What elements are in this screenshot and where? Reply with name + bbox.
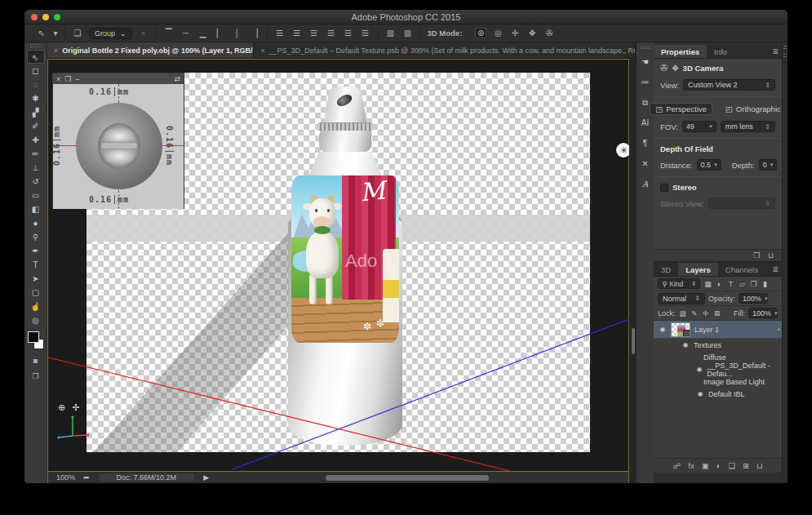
- secondary-view-minimize-icon[interactable]: –: [75, 75, 79, 83]
- filter-adjustment-layers-icon[interactable]: ◐: [715, 280, 724, 288]
- screen-mode-icon[interactable]: ❐: [27, 371, 45, 383]
- gradient-tool[interactable]: ◧: [27, 202, 45, 216]
- tab-properties[interactable]: Properties: [654, 45, 707, 58]
- tab-close-icon[interactable]: ×: [54, 47, 58, 55]
- healing-brush-tool[interactable]: ✚: [27, 133, 45, 147]
- panel-icon-character[interactable]: Aǀ: [638, 117, 653, 130]
- visibility-eye-icon[interactable]: ◉: [659, 326, 667, 333]
- filter-type-layers-icon[interactable]: T: [726, 280, 735, 288]
- secondary-view-window-icon[interactable]: ❐: [64, 75, 71, 83]
- lock-all-icon[interactable]: ⊠: [713, 309, 721, 317]
- fill-input[interactable]: 100% ▾: [748, 308, 778, 318]
- foreground-color-swatch[interactable]: [28, 331, 39, 343]
- tools-panel-grip[interactable]: [30, 44, 42, 47]
- clone-stamp-tool[interactable]: ⊥: [27, 161, 45, 175]
- panel-menu-icon[interactable]: ≣: [769, 263, 782, 276]
- tab-info[interactable]: Info: [707, 45, 734, 58]
- secondary-3d-view[interactable]: × ❐ – ⇄: [52, 73, 184, 209]
- align-top-icon[interactable]: ▔: [163, 29, 175, 38]
- tab-close-icon[interactable]: ×: [260, 47, 264, 55]
- horizontal-scrollbar[interactable]: [326, 475, 489, 481]
- dodge-tool[interactable]: ⚲: [27, 230, 45, 244]
- 3d-axis-widget[interactable]: [52, 412, 101, 458]
- distribute-bottom-icon[interactable]: ☰: [308, 29, 320, 38]
- pen-tool[interactable]: ✒: [27, 244, 45, 258]
- tab-ps3d-default[interactable]: × __PS_3D_Default – Default Texture.psb …: [254, 42, 636, 58]
- blur-tool[interactable]: ●: [27, 216, 45, 230]
- distribute-right-icon[interactable]: ☰: [360, 29, 371, 38]
- adjustment-layer-icon[interactable]: ◐: [717, 461, 721, 470]
- panel-menu-icon[interactable]: ≣: [769, 45, 782, 58]
- distribute-middle-icon[interactable]: ☰: [291, 29, 303, 38]
- panel-dock-grip[interactable]: [783, 54, 787, 57]
- layer-row-textures[interactable]: ◉ Textures: [654, 339, 782, 351]
- filter-kind-dropdown[interactable]: ⚲ Kind ⇕: [658, 278, 700, 289]
- layer-thumbnail[interactable]: ◫: [671, 322, 690, 337]
- filter-toggle-icon[interactable]: ▮: [761, 280, 770, 288]
- visibility-eye-icon[interactable]: ◉: [696, 366, 703, 373]
- filter-smart-objects-icon[interactable]: ❐: [749, 280, 758, 288]
- path-selection-tool[interactable]: ➤: [27, 272, 45, 286]
- lock-pixels-icon[interactable]: ✎: [690, 309, 699, 317]
- color-swatches[interactable]: [27, 331, 45, 352]
- tab-layers[interactable]: Layers: [678, 263, 718, 276]
- distribute-center-icon[interactable]: ☰: [343, 29, 354, 38]
- distance-input[interactable]: 0.5 ▾: [697, 159, 721, 171]
- move-tool[interactable]: ⇖: [27, 50, 45, 64]
- crop-tool[interactable]: ▞: [27, 105, 45, 119]
- view-dropdown[interactable]: Custom View 2 ⇕: [683, 79, 775, 91]
- secondary-view-swap-icon[interactable]: ⇄: [174, 75, 180, 83]
- move-tool-icon[interactable]: ⇖: [36, 29, 47, 38]
- eraser-tool[interactable]: ▭: [27, 189, 45, 202]
- marquee-tool[interactable]: ◻: [27, 64, 45, 78]
- link-layers-icon[interactable]: ☍: [673, 461, 681, 470]
- render-icon[interactable]: ❒: [753, 251, 760, 260]
- panel-icon-hand[interactable]: ☚: [638, 55, 653, 69]
- blend-mode-dropdown[interactable]: Normal ⇕: [658, 293, 705, 304]
- show-transform-controls-icon[interactable]: ▫: [138, 29, 149, 38]
- distribute-v-spacing-icon[interactable]: ▥: [402, 29, 414, 38]
- delete-icon[interactable]: ⊔: [768, 251, 774, 260]
- layer-row-ps3d-default[interactable]: ◉ __PS_3D_Default - Defau...: [654, 363, 782, 375]
- distribute-h-spacing-icon[interactable]: ▥: [385, 29, 397, 38]
- panel-icon-tool-presets[interactable]: ✕: [638, 158, 653, 171]
- lock-position-icon[interactable]: ✢: [702, 309, 710, 317]
- roll-3d-mode-icon[interactable]: ◎: [492, 29, 504, 38]
- status-arrow-icon[interactable]: ▶: [203, 473, 209, 482]
- orbit-3d-mode-icon[interactable]: ⊛: [475, 28, 486, 38]
- lens-dropdown[interactable]: mm lens ⇕: [721, 121, 775, 132]
- visibility-eye-icon[interactable]: ◉: [696, 390, 704, 397]
- 3d-bottle-object[interactable]: M Ado: [288, 87, 402, 446]
- export-icon[interactable]: ➦: [83, 473, 90, 482]
- filter-shape-layers-icon[interactable]: ▱: [738, 280, 747, 288]
- shape-tool[interactable]: ▢: [27, 286, 45, 300]
- panel-icon-glyphs[interactable]: A: [638, 178, 653, 191]
- align-left-icon[interactable]: ▏: [215, 29, 226, 38]
- vertical-scrollbar[interactable]: [632, 328, 635, 354]
- panel-icon-adjustments[interactable]: ≔: [638, 76, 653, 89]
- perspective-button[interactable]: ◳ Perspective: [650, 103, 712, 115]
- secondary-view-close-icon[interactable]: ×: [56, 75, 60, 83]
- auto-select-icon[interactable]: ❏: [72, 29, 83, 38]
- distribute-top-icon[interactable]: ☰: [274, 29, 286, 38]
- align-bottom-icon[interactable]: ▁: [197, 29, 209, 38]
- layer-row-image-based-light[interactable]: ◉ Image Based Light: [654, 375, 782, 388]
- type-tool[interactable]: T: [27, 258, 45, 272]
- vertical-scrollbar-track[interactable]: [629, 59, 636, 483]
- slide-3d-mode-icon[interactable]: ✥: [526, 29, 538, 38]
- panel-dock-grip[interactable]: [783, 46, 787, 49]
- visibility-eye-icon[interactable]: ◉: [681, 341, 690, 349]
- depth-input[interactable]: 0 ▾: [759, 159, 778, 171]
- quick-mask-icon[interactable]: ◙: [27, 355, 45, 367]
- panel-icon-paragraph[interactable]: ¶: [638, 137, 653, 150]
- filter-pixel-layers-icon[interactable]: ▦: [703, 280, 712, 288]
- lock-transparent-icon[interactable]: ▨: [679, 309, 687, 317]
- eyedropper-tool[interactable]: ✐: [27, 119, 45, 133]
- stereo-checkbox[interactable]: [660, 184, 668, 192]
- tool-preset-caret-icon[interactable]: ▾: [53, 29, 58, 38]
- zoom-level[interactable]: 100%: [56, 473, 75, 482]
- layer-mask-icon[interactable]: ▣: [702, 461, 709, 470]
- history-brush-tool[interactable]: ↺: [27, 175, 45, 189]
- tab-original-bottle[interactable]: × Original Bottle 2 Fixed poly.obj @ 100…: [47, 42, 254, 58]
- delete-layer-icon[interactable]: ⊔: [757, 461, 762, 470]
